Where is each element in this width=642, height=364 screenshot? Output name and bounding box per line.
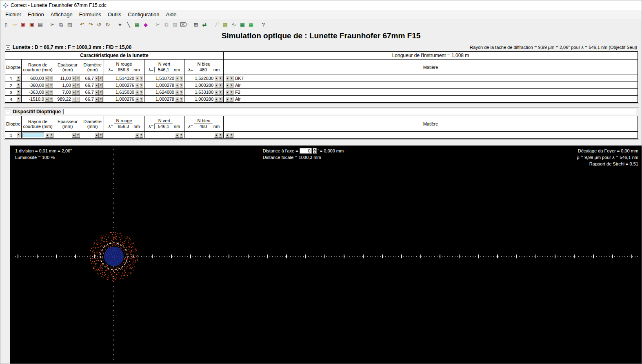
spin-up-button[interactable]: ▲ xyxy=(135,90,139,95)
spin-up-button[interactable]: ▲ xyxy=(214,83,218,88)
axis-distance-input[interactable]: 0 xyxy=(300,148,312,154)
dispositif-comment-field[interactable] xyxy=(63,109,636,115)
spin-down-button[interactable]: ▼ xyxy=(218,97,222,102)
menu-formules[interactable]: Formules xyxy=(76,11,104,18)
spinner[interactable]: ▲▼ xyxy=(45,90,53,95)
spin-down-button[interactable]: ▼ xyxy=(76,83,80,88)
spin-down-button[interactable]: ▼ xyxy=(229,132,233,138)
spinner[interactable]: ▲▼ xyxy=(214,90,222,95)
spin-down-button[interactable]: ▼ xyxy=(218,83,222,88)
spin-up-button[interactable]: ▲ xyxy=(225,90,229,95)
spinner[interactable]: ▲▼ xyxy=(135,83,143,88)
spinner[interactable]: ▲▼ xyxy=(135,97,143,102)
spin-up-button[interactable]: ▲ xyxy=(95,76,99,81)
spinner[interactable]: ▲▼ xyxy=(72,83,80,88)
spin-down-button[interactable]: ▼ xyxy=(179,97,183,102)
spinner[interactable]: ▲▼ xyxy=(135,76,143,81)
spinner[interactable]: ▲▼ xyxy=(135,132,143,138)
copy-surface-icon[interactable]: ⧉ xyxy=(162,21,171,29)
save-all-icon[interactable]: ▣ xyxy=(28,21,36,29)
spin-up-button[interactable]: ▲ xyxy=(214,76,218,81)
spin-down-button[interactable]: ▼ xyxy=(99,132,103,138)
spin-down-button[interactable]: ▼ xyxy=(179,76,183,81)
color-spot-icon[interactable]: ◆ xyxy=(142,21,150,29)
graph-icon[interactable]: ∿ xyxy=(230,21,238,29)
spin-up-button[interactable]: ▲ xyxy=(72,76,76,81)
spinner[interactable]: ▲▼ xyxy=(45,132,53,138)
spinner[interactable]: ▲▼ xyxy=(214,97,222,102)
spin-up-button[interactable]: ▲ xyxy=(72,83,76,88)
copy-icon[interactable]: ⧉ xyxy=(57,21,65,29)
spin-up-button[interactable]: ▲ xyxy=(313,148,317,151)
spin-down-button[interactable]: ▼ xyxy=(99,97,103,102)
spin-down-button[interactable]: ▼ xyxy=(99,83,103,88)
spinner[interactable]: ▲▼ xyxy=(95,76,103,81)
spinner[interactable]: ▲▼ xyxy=(45,76,53,81)
spinner[interactable]: ▲▼ xyxy=(95,90,103,95)
spin-up-button[interactable]: ▲ xyxy=(45,132,49,138)
spin-down-button[interactable]: ▼ xyxy=(229,76,233,81)
spin-up-button[interactable]: ▲ xyxy=(72,90,76,95)
wavelength-blue-input[interactable]: 480 xyxy=(194,124,213,129)
axis-distance-spinner[interactable]: ▲ ▼ xyxy=(313,148,317,154)
paste-surface-icon[interactable]: ▨ xyxy=(171,21,179,29)
spinner[interactable]: ▲▼ xyxy=(214,76,222,81)
spin-down-button[interactable]: ▼ xyxy=(49,90,53,95)
spinner[interactable]: ▲▼ xyxy=(72,76,80,81)
spin-down-button[interactable]: ▼ xyxy=(49,132,53,138)
spinner[interactable]: ▲▼ xyxy=(225,97,233,102)
spin-up-button[interactable]: ▲ xyxy=(45,83,49,88)
comet-icon[interactable]: ☄ xyxy=(213,21,221,29)
field-icon[interactable]: ▩ xyxy=(221,21,229,29)
spin-down-button[interactable]: ▼ xyxy=(179,132,183,138)
spin-up-button[interactable]: ▲ xyxy=(214,90,218,95)
spin-down-button[interactable]: ▼ xyxy=(49,97,53,102)
spin-down-button[interactable]: ▼ xyxy=(49,76,53,81)
spinner[interactable]: ▲▼ xyxy=(72,97,80,102)
spin-down-button[interactable]: ▼ xyxy=(99,90,103,95)
spin-up-button[interactable]: ▲ xyxy=(95,97,99,102)
row-select-button[interactable]: ▼ xyxy=(16,75,20,81)
spin-up-button[interactable]: ▲ xyxy=(175,90,179,95)
spinner[interactable]: ▲▼ xyxy=(225,132,233,138)
spinner[interactable]: ▲▼ xyxy=(175,132,183,138)
spin-down-button[interactable]: ▼ xyxy=(218,132,222,138)
spin-up-button[interactable]: ▲ xyxy=(175,97,179,102)
grid-icon[interactable]: ▦ xyxy=(247,21,255,29)
row-select-button[interactable]: ▼ xyxy=(16,96,20,101)
spinner[interactable]: ▲▼ xyxy=(72,132,80,138)
swap-icon[interactable]: ⇄ xyxy=(200,21,209,29)
row-select-button[interactable]: ▼ xyxy=(16,132,20,137)
help-icon[interactable]: ? xyxy=(259,21,267,29)
spin-down-button[interactable]: ▼ xyxy=(76,97,80,102)
spin-up-button[interactable]: ▲ xyxy=(135,83,139,88)
spin-up-button[interactable]: ▲ xyxy=(95,132,99,138)
spinner[interactable]: ▲▼ xyxy=(95,97,103,102)
spin-down-button[interactable]: ▼ xyxy=(76,132,80,138)
spin-up-button[interactable]: ▲ xyxy=(135,76,139,81)
new-file-icon[interactable]: ▯ xyxy=(2,21,10,29)
spinner[interactable]: ▲▼ xyxy=(95,132,103,138)
wavelength-green-input[interactable]: 546,1 xyxy=(154,67,173,73)
spinner[interactable]: ▲▼ xyxy=(175,97,183,102)
spin-down-button[interactable]: ▼ xyxy=(139,97,143,102)
spinner[interactable]: ▲▼ xyxy=(214,83,222,88)
spinner[interactable]: ▲▼ xyxy=(175,76,183,81)
undo-icon[interactable]: ↶ xyxy=(78,21,86,29)
menu-outils[interactable]: Outils xyxy=(104,11,124,18)
spin-up-button[interactable]: ▲ xyxy=(72,97,76,102)
spin-down-button[interactable]: ▼ xyxy=(179,83,183,88)
spin-down-button[interactable]: ▼ xyxy=(229,90,233,95)
collapse-toggle-icon[interactable]: − xyxy=(6,45,10,50)
ray-trace-icon[interactable]: ╲ xyxy=(124,21,133,29)
row-select-button[interactable]: ▼ xyxy=(16,82,20,88)
spinner[interactable]: ▲▼ xyxy=(214,132,222,138)
spin-up-button[interactable]: ▲ xyxy=(214,97,218,102)
row-select-button[interactable]: ▼ xyxy=(16,89,20,95)
spin-up-button[interactable]: ▲ xyxy=(225,97,229,102)
redo-icon[interactable]: ↷ xyxy=(87,21,95,29)
spin-up-button[interactable]: ▲ xyxy=(95,83,99,88)
spin-down-button[interactable]: ▼ xyxy=(76,90,80,95)
collapse-toggle-icon[interactable]: − xyxy=(6,110,10,114)
menu-edition[interactable]: Edition xyxy=(24,11,47,18)
